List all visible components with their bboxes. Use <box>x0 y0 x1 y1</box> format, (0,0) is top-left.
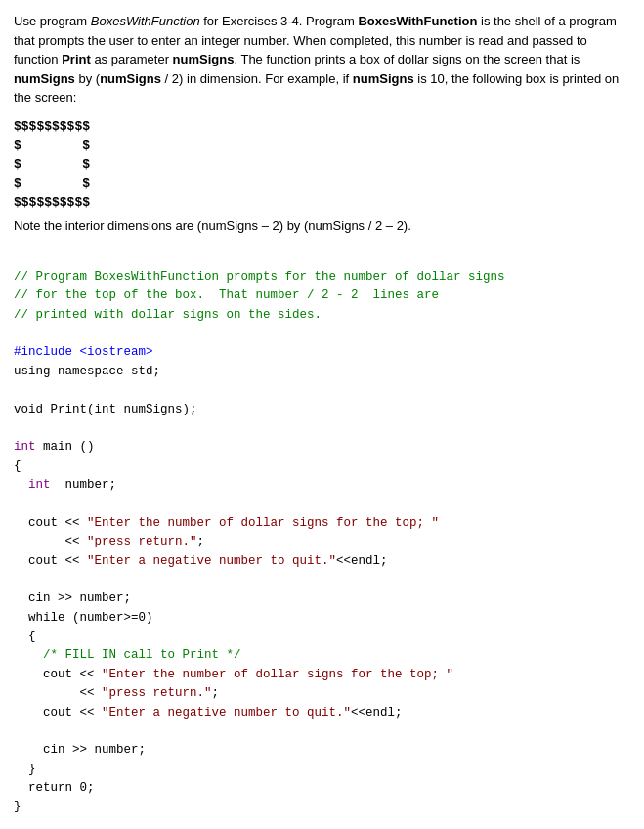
open-brace-while: { <box>14 630 36 643</box>
program-name-italic: BoxesWithFunction <box>91 14 200 28</box>
desc-part1: Use program <box>14 14 91 28</box>
cout-line3: cout << "Enter a negative number to quit… <box>14 554 388 568</box>
cout-line4: cout << "Enter the number of dollar sign… <box>14 668 453 681</box>
return-line: return 0; <box>14 781 95 795</box>
cin-line2: cin >> number; <box>14 743 146 757</box>
comment-line2: // for the top of the box. That number /… <box>14 288 439 302</box>
while-line: while (number>=0) <box>14 611 153 625</box>
page-container: Use program BoxesWithFunction for Exerci… <box>14 12 630 829</box>
numsigns-bold3: numSigns <box>100 71 161 86</box>
box-line5: $$$$$$$$$$ <box>14 194 630 213</box>
comment-line1: // Program BoxesWithFunction prompts for… <box>14 270 505 284</box>
desc-part5: . The function prints a box of dollar si… <box>234 52 580 66</box>
comment-line3: // printed with dollar signs on the side… <box>14 308 322 322</box>
code-block: // Program BoxesWithFunction prompts for… <box>14 249 630 830</box>
print-bold: Print <box>62 52 91 66</box>
cout-line6: cout << "Enter a negative number to quit… <box>14 706 403 720</box>
desc-part2: for Exercises 3-4. Program <box>200 14 359 28</box>
cout-line2: << "press return."; <box>14 535 204 548</box>
int-number-decl: int number; <box>14 478 116 492</box>
numsigns-bold1: numSigns <box>173 52 235 66</box>
cout-line5: << "press return."; <box>14 686 219 700</box>
void-print-decl: void Print(int numSigns); <box>14 403 197 416</box>
box-line4: $ $ <box>14 174 630 194</box>
include-line: #include <iostream> <box>14 345 153 359</box>
desc-part4: as parameter <box>91 52 173 66</box>
box-line1: $$$$$$$$$$ <box>14 117 630 137</box>
desc-part7: / 2) in dimension. For example, if <box>161 71 353 86</box>
box-line2: $ $ <box>14 136 630 155</box>
close-brace-while: } <box>14 763 36 776</box>
open-brace-main: { <box>14 459 21 473</box>
cin-line1: cin >> number; <box>14 591 131 605</box>
program-name-bold: BoxesWithFunction <box>358 14 477 28</box>
description-text: Use program BoxesWithFunction for Exerci… <box>14 12 630 108</box>
main-decl: main () <box>36 440 95 454</box>
desc-part6: by ( <box>75 71 100 86</box>
box-example: $$$$$$$$$$ $ $ $ $ $ $ $$$$$$$$$$ <box>14 117 630 213</box>
close-brace-main: } <box>14 800 21 813</box>
int-keyword: int <box>14 440 36 454</box>
numsigns-bold2: numSigns <box>14 71 75 86</box>
using-line: using namespace std; <box>14 365 160 378</box>
numsigns-bold4: numSigns <box>353 71 414 86</box>
box-line3: $ $ <box>14 155 630 175</box>
fill-in-comment: /* FILL IN call to Print */ <box>14 648 241 662</box>
note-text: Note the interior dimensions are (numSig… <box>14 216 630 236</box>
cout-line1: cout << "Enter the number of dollar sign… <box>14 516 439 530</box>
